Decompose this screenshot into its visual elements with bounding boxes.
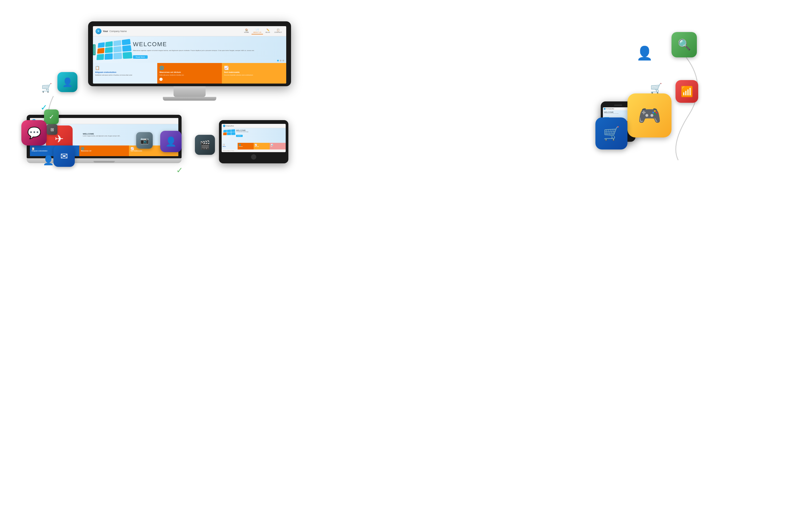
laptop-feature-title-2: Maecenas vel: [81, 150, 127, 152]
tile-10: [105, 53, 113, 60]
cart-blue-symbol: 🛒: [603, 126, 620, 141]
nav-blog[interactable]: ✏️ BLOG: [264, 28, 272, 34]
tt-1: [223, 130, 227, 132]
nav-contact[interactable]: 📋 CONTACT: [273, 28, 284, 34]
tablet-logo-globe-icon: [223, 125, 225, 127]
website-hero: FEEDBACK: [93, 36, 286, 63]
gamepad-symbol: 🎮: [638, 104, 661, 127]
hero-tiles: [96, 40, 130, 59]
tablet-feature-icon-1: 📋: [223, 144, 236, 146]
check-green-icon: ✓: [44, 110, 59, 124]
email-symbol: ✉: [60, 151, 68, 162]
tablet-tiles: [223, 130, 235, 141]
feature-arrow[interactable]: ›: [159, 78, 163, 81]
tt-2: [227, 130, 231, 132]
nav-about[interactable]: 📄 ABOUT US: [251, 28, 263, 34]
tablet-feature-icon-3: 📈: [255, 144, 269, 146]
tile-1: [98, 42, 105, 48]
user-app-icon: 👤: [57, 72, 77, 92]
tablet-read-more-button[interactable]: Read More: [236, 135, 243, 137]
about-nav-icon: 📄: [256, 28, 259, 31]
laptop-notch: [93, 161, 115, 163]
hero-text: WELCOME Maecenas egestas sapien sit amet…: [133, 41, 284, 59]
tiles-3d: [96, 39, 132, 60]
website-logo: ● Your Company Name: [96, 28, 127, 34]
website-features: 📋 Aliquam eratvolution Vestibulum ante i…: [93, 63, 286, 83]
blog-nav-icon: ✏️: [266, 28, 269, 31]
tablet-features: 📋 Aliquam 🌐 Vel dictum 📈 Malesuada 📊 Sed: [222, 143, 286, 150]
tile-6: [105, 47, 113, 53]
dot-2[interactable]: [280, 60, 281, 61]
sp-logo-text: Your Company Name: [606, 108, 614, 110]
tablet-feature-1: 📋 Aliquam: [222, 143, 237, 150]
person-right-icon: 👤: [636, 45, 653, 61]
monitor-base: [163, 97, 216, 101]
tablet-hero-body: Lorem ipsum dolor sit amet magna.: [236, 131, 284, 132]
feature-body-2: Nulla odio purus, hendrerit ut facilisis…: [159, 74, 220, 76]
tablet-feature-4: 📊 Sed: [270, 143, 286, 150]
feature-icon-3: 📈: [224, 66, 284, 70]
tablet-device: Company Name: [219, 120, 288, 163]
tile-3: [113, 40, 121, 46]
check-center-icon: ✓: [176, 166, 183, 175]
nav-home-label: HOME: [244, 32, 249, 33]
tablet-screen: Company Name: [222, 124, 286, 152]
rss-symbol: 📶: [681, 86, 693, 97]
dot-1[interactable]: [277, 60, 279, 61]
monitor-screen: ● Your Company Name 🏠 HOME 📄 ABOUT US: [93, 26, 286, 83]
main-canvas: ● Your Company Name 🏠 HOME 📄 ABOUT US: [0, 0, 801, 532]
tt-5: [227, 132, 231, 135]
tablet-feature-icon-2: 🌐: [239, 144, 253, 146]
nav-home[interactable]: 🏠 HOME: [243, 28, 250, 34]
person-purple-symbol: 👤: [165, 136, 176, 147]
tile-2: [105, 41, 113, 47]
rss-app-icon: 📶: [675, 80, 698, 103]
cart-right-icon: 🛒: [650, 83, 662, 94]
feature-card-1: 📋 Aliquam eratvolution Vestibulum ante i…: [93, 63, 157, 83]
read-more-button[interactable]: Read More: [133, 55, 148, 59]
feature-icon-1: 📋: [95, 66, 155, 70]
home-nav-icon: 🏠: [245, 28, 248, 31]
feature-title-3: Sed malesuada: [224, 71, 284, 73]
gamepad-app-icon: 🎮: [627, 93, 671, 137]
film-symbol: 🎬: [200, 140, 210, 150]
cart-blue-icon: 🛒: [595, 117, 627, 150]
sp-logo-globe-icon: [604, 108, 606, 110]
tablet-bezel: Company Name: [219, 120, 288, 163]
nav-contact-label: CONTACT: [274, 32, 282, 33]
tile-5: [97, 48, 105, 54]
tablet-home-button[interactable]: [251, 154, 256, 159]
tablet-feature-3: 📈 Malesuada: [254, 143, 270, 150]
tile-7: [113, 46, 121, 53]
feature-body-1: Vestibulum ante ipsum primis in faucibus…: [95, 74, 155, 76]
cart-left-icon: 🛒: [41, 83, 52, 93]
tablet-tiles-grid: [223, 129, 235, 135]
contact-nav-icon: 📋: [276, 28, 280, 31]
tt-4: [223, 132, 227, 135]
dot-3[interactable]: [283, 60, 284, 61]
tt-3: [231, 129, 235, 132]
tablet-feature-2: 🌐 Vel dictum: [237, 143, 254, 150]
tablet-hero-title: WELCOME: [236, 130, 284, 131]
nav-about-label: ABOUT US: [253, 32, 261, 33]
feature-title-1: Aliquam eratvolution: [95, 71, 155, 73]
tablet-footer: Read more • About us • Privacy: [222, 150, 286, 152]
search-app-icon: 🔍: [671, 32, 697, 57]
hero-pagination: [277, 60, 284, 61]
tablet-hero-text: WELCOME Lorem ipsum dolor sit amet magna…: [236, 130, 284, 141]
hero-title: WELCOME: [133, 41, 284, 48]
smartphone-speaker: [614, 104, 622, 106]
tablet-feature-title-2: Vel dictum: [239, 146, 253, 147]
nav-blog-label: BLOG: [266, 32, 270, 33]
logo-text-bold: Your: [103, 30, 108, 33]
tablet-feature-title-3: Malesuada: [255, 146, 269, 147]
logo-text-light: Company Name: [110, 30, 127, 33]
tablet-feature-icon-4: 📊: [271, 144, 285, 146]
website-header: ● Your Company Name 🏠 HOME 📄 ABOUT US: [93, 26, 286, 36]
film-app-icon: 🎬: [195, 135, 215, 155]
logo-globe-icon: ●: [96, 28, 101, 34]
hero-body: Maecenas egestas sapien sit amet magna l…: [133, 50, 284, 52]
desktop-monitor: ● Your Company Name 🏠 HOME 📄 ABOUT US: [88, 21, 291, 101]
photo-app-icon: 📷: [136, 132, 153, 149]
monitor-stand: [174, 86, 206, 97]
